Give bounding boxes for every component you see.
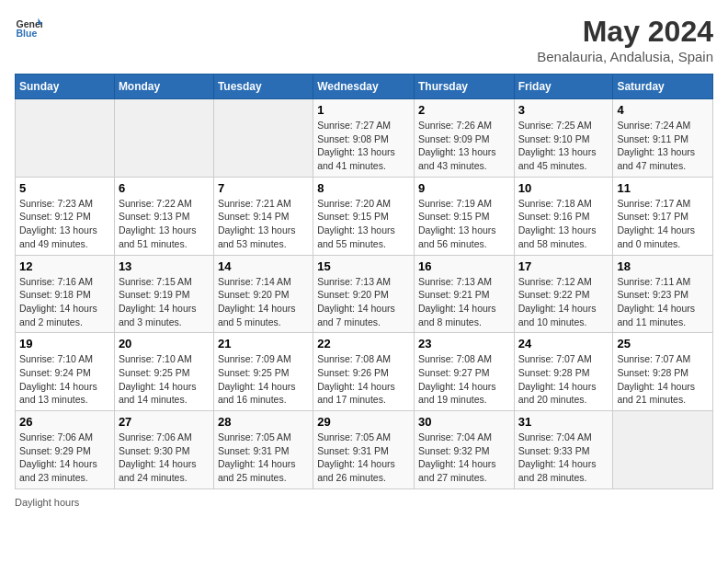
calendar-cell: 17 Sunrise: 7:12 AMSunset: 9:22 PMDaylig…	[514, 255, 613, 333]
week-row-3: 12 Sunrise: 7:16 AMSunset: 9:18 PMDaylig…	[16, 255, 713, 333]
calendar-cell: 18 Sunrise: 7:11 AMSunset: 9:23 PMDaylig…	[613, 255, 713, 333]
calendar-cell: 27 Sunrise: 7:06 AMSunset: 9:30 PMDaylig…	[114, 411, 213, 489]
calendar-cell: 12 Sunrise: 7:16 AMSunset: 9:18 PMDaylig…	[16, 255, 115, 333]
cell-info: Sunrise: 7:21 AMSunset: 9:14 PMDaylight:…	[218, 197, 309, 251]
calendar-cell: 11 Sunrise: 7:17 AMSunset: 9:17 PMDaylig…	[613, 177, 713, 255]
week-row-5: 26 Sunrise: 7:06 AMSunset: 9:29 PMDaylig…	[16, 411, 713, 489]
day-header-tuesday: Tuesday	[213, 75, 313, 99]
day-number: 6	[119, 181, 210, 195]
cell-info: Sunrise: 7:10 AMSunset: 9:25 PMDaylight:…	[119, 352, 210, 407]
calendar-cell	[213, 99, 313, 178]
calendar-cell: 5 Sunrise: 7:23 AMSunset: 9:12 PMDayligh…	[16, 177, 115, 255]
day-number: 14	[218, 259, 309, 273]
day-number: 12	[19, 259, 110, 273]
calendar-cell: 20 Sunrise: 7:10 AMSunset: 9:25 PMDaylig…	[114, 333, 213, 411]
calendar-cell: 10 Sunrise: 7:18 AMSunset: 9:16 PMDaylig…	[514, 177, 613, 255]
calendar-cell: 22 Sunrise: 7:08 AMSunset: 9:26 PMDaylig…	[313, 333, 415, 411]
calendar-cell: 31 Sunrise: 7:04 AMSunset: 9:33 PMDaylig…	[514, 411, 613, 489]
day-number: 2	[418, 103, 510, 117]
cell-info: Sunrise: 7:14 AMSunset: 9:20 PMDaylight:…	[218, 275, 309, 329]
title-block: May 2024 Benalauria, Andalusia, Spain	[537, 15, 713, 64]
cell-info: Sunrise: 7:04 AMSunset: 9:33 PMDaylight:…	[518, 431, 609, 485]
day-number: 31	[518, 415, 609, 429]
cell-info: Sunrise: 7:20 AMSunset: 9:15 PMDaylight:…	[317, 197, 410, 251]
day-number: 22	[317, 337, 410, 350]
calendar-cell: 2 Sunrise: 7:26 AMSunset: 9:09 PMDayligh…	[414, 99, 514, 178]
day-number: 23	[418, 337, 510, 350]
day-number: 3	[518, 103, 609, 117]
cell-info: Sunrise: 7:06 AMSunset: 9:30 PMDaylight:…	[119, 431, 210, 485]
day-number: 25	[617, 337, 709, 350]
cell-info: Sunrise: 7:23 AMSunset: 9:12 PMDaylight:…	[19, 197, 110, 251]
calendar-cell: 16 Sunrise: 7:13 AMSunset: 9:21 PMDaylig…	[414, 255, 514, 333]
cell-info: Sunrise: 7:06 AMSunset: 9:29 PMDaylight:…	[19, 431, 110, 485]
calendar-table: SundayMondayTuesdayWednesdayThursdayFrid…	[15, 74, 713, 489]
week-row-4: 19 Sunrise: 7:10 AMSunset: 9:24 PMDaylig…	[16, 333, 713, 411]
day-number: 8	[317, 181, 410, 195]
day-number: 17	[518, 259, 609, 273]
week-row-1: 1 Sunrise: 7:27 AMSunset: 9:08 PMDayligh…	[16, 99, 713, 178]
day-number: 7	[218, 181, 309, 195]
week-row-2: 5 Sunrise: 7:23 AMSunset: 9:12 PMDayligh…	[16, 177, 713, 255]
day-number: 18	[617, 259, 709, 273]
day-number: 27	[119, 415, 210, 429]
day-number: 30	[418, 415, 510, 429]
day-number: 20	[119, 337, 210, 350]
calendar-cell: 13 Sunrise: 7:15 AMSunset: 9:19 PMDaylig…	[114, 255, 213, 333]
cell-info: Sunrise: 7:10 AMSunset: 9:24 PMDaylight:…	[19, 352, 110, 407]
day-number: 11	[617, 181, 709, 195]
cell-info: Sunrise: 7:18 AMSunset: 9:16 PMDaylight:…	[518, 197, 609, 251]
logo-icon: General Blue	[15, 15, 42, 42]
day-number: 28	[218, 415, 309, 429]
cell-info: Sunrise: 7:08 AMSunset: 9:26 PMDaylight:…	[317, 352, 410, 407]
calendar-cell: 19 Sunrise: 7:10 AMSunset: 9:24 PMDaylig…	[16, 333, 115, 411]
day-number: 16	[418, 259, 510, 273]
calendar-cell	[16, 99, 115, 178]
calendar-cell: 24 Sunrise: 7:07 AMSunset: 9:28 PMDaylig…	[514, 333, 613, 411]
calendar-cell: 6 Sunrise: 7:22 AMSunset: 9:13 PMDayligh…	[114, 177, 213, 255]
cell-info: Sunrise: 7:25 AMSunset: 9:10 PMDaylight:…	[518, 119, 609, 173]
cell-info: Sunrise: 7:09 AMSunset: 9:25 PMDaylight:…	[218, 352, 309, 407]
calendar-cell: 28 Sunrise: 7:05 AMSunset: 9:31 PMDaylig…	[213, 411, 313, 489]
day-number: 19	[19, 337, 110, 350]
calendar-cell: 29 Sunrise: 7:05 AMSunset: 9:31 PMDaylig…	[313, 411, 415, 489]
daylight-label: Daylight hours	[15, 497, 79, 508]
calendar-cell: 9 Sunrise: 7:19 AMSunset: 9:15 PMDayligh…	[414, 177, 514, 255]
day-number: 9	[418, 181, 510, 195]
cell-info: Sunrise: 7:08 AMSunset: 9:27 PMDaylight:…	[418, 352, 510, 407]
calendar-cell: 25 Sunrise: 7:07 AMSunset: 9:28 PMDaylig…	[613, 333, 713, 411]
footer: Daylight hours	[15, 497, 713, 508]
logo: General Blue	[15, 15, 42, 42]
cell-info: Sunrise: 7:19 AMSunset: 9:15 PMDaylight:…	[418, 197, 510, 251]
day-header-thursday: Thursday	[414, 75, 514, 99]
day-header-friday: Friday	[514, 75, 613, 99]
day-number: 4	[617, 103, 709, 117]
cell-info: Sunrise: 7:07 AMSunset: 9:28 PMDaylight:…	[617, 352, 709, 407]
calendar-cell: 14 Sunrise: 7:14 AMSunset: 9:20 PMDaylig…	[213, 255, 313, 333]
cell-info: Sunrise: 7:24 AMSunset: 9:11 PMDaylight:…	[617, 119, 709, 173]
day-number: 29	[317, 415, 410, 429]
calendar-cell	[613, 411, 713, 489]
day-number: 5	[19, 181, 110, 195]
cell-info: Sunrise: 7:04 AMSunset: 9:32 PMDaylight:…	[418, 431, 510, 485]
days-header-row: SundayMondayTuesdayWednesdayThursdayFrid…	[16, 75, 713, 99]
calendar-cell: 4 Sunrise: 7:24 AMSunset: 9:11 PMDayligh…	[613, 99, 713, 178]
cell-info: Sunrise: 7:13 AMSunset: 9:21 PMDaylight:…	[418, 275, 510, 329]
cell-info: Sunrise: 7:11 AMSunset: 9:23 PMDaylight:…	[617, 275, 709, 329]
cell-info: Sunrise: 7:05 AMSunset: 9:31 PMDaylight:…	[317, 431, 410, 485]
day-header-monday: Monday	[114, 75, 213, 99]
calendar-cell: 1 Sunrise: 7:27 AMSunset: 9:08 PMDayligh…	[313, 99, 415, 178]
day-number: 13	[119, 259, 210, 273]
calendar-cell: 15 Sunrise: 7:13 AMSunset: 9:20 PMDaylig…	[313, 255, 415, 333]
cell-info: Sunrise: 7:26 AMSunset: 9:09 PMDaylight:…	[418, 119, 510, 173]
cell-info: Sunrise: 7:16 AMSunset: 9:18 PMDaylight:…	[19, 275, 110, 329]
day-number: 21	[218, 337, 309, 350]
page-header: General Blue May 2024 Benalauria, Andalu…	[15, 15, 713, 64]
cell-info: Sunrise: 7:07 AMSunset: 9:28 PMDaylight:…	[518, 352, 609, 407]
day-header-saturday: Saturday	[613, 75, 713, 99]
calendar-cell: 30 Sunrise: 7:04 AMSunset: 9:32 PMDaylig…	[414, 411, 514, 489]
day-number: 26	[19, 415, 110, 429]
calendar-cell: 21 Sunrise: 7:09 AMSunset: 9:25 PMDaylig…	[213, 333, 313, 411]
day-number: 24	[518, 337, 609, 350]
cell-info: Sunrise: 7:17 AMSunset: 9:17 PMDaylight:…	[617, 197, 709, 251]
